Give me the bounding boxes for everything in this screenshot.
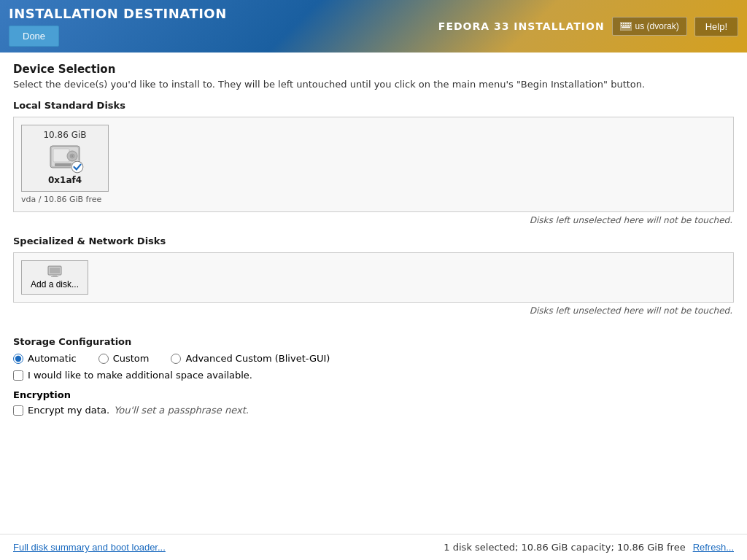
additional-space-label: I would like to make additional space av… <box>28 370 252 381</box>
encrypt-note: You'll set a passphrase next. <box>114 405 249 416</box>
device-selection-title: Device Selection <box>13 63 734 76</box>
help-button[interactable]: Help! <box>694 17 738 36</box>
footer-right: 1 disk selected; 10.86 GiB capacity; 10.… <box>444 542 734 553</box>
svg-rect-7 <box>623 25 624 26</box>
additional-space-checkbox[interactable]: I would like to make additional space av… <box>13 370 734 381</box>
svg-rect-9 <box>627 25 629 26</box>
check-icon <box>71 152 84 182</box>
disk-info: vda / 10.86 GiB free <box>21 192 726 204</box>
disk-icon <box>47 143 82 172</box>
keyboard-icon <box>620 22 632 31</box>
local-disks-hint: Disks left unselected here will not be t… <box>13 215 734 225</box>
done-button[interactable]: Done <box>9 26 59 47</box>
device-selection-desc: Select the device(s) you'd like to insta… <box>13 79 734 90</box>
storage-config-label: Storage Configuration <box>13 336 734 347</box>
encrypt-row: Encrypt my data. You'll set a passphrase… <box>13 405 734 416</box>
additional-space-input[interactable] <box>13 370 23 381</box>
header: INSTALLATION DESTINATION Done FEDORA 33 … <box>0 0 747 52</box>
radio-advanced-custom[interactable]: Advanced Custom (Blivet-GUI) <box>171 353 330 364</box>
local-disks-panel: 10.86 GiB <box>13 117 734 212</box>
footer-status: 1 disk selected; 10.86 GiB capacity; 10.… <box>444 542 685 553</box>
svg-rect-23 <box>51 276 58 277</box>
keyboard-button[interactable]: us (dvorak) <box>612 17 687 36</box>
add-disk-button[interactable]: Add a disk... <box>21 260 88 295</box>
svg-rect-3 <box>625 23 627 25</box>
svg-rect-6 <box>621 25 622 26</box>
radio-custom-label: Custom <box>113 353 150 364</box>
encrypt-checkbox[interactable]: Encrypt my data. <box>13 405 109 416</box>
storage-config-options: Automatic Custom Advanced Custom (Blivet… <box>13 353 734 364</box>
encryption-section: Encryption Encrypt my data. You'll set a… <box>13 389 734 416</box>
radio-custom-input[interactable] <box>98 354 109 364</box>
header-right: FEDORA 33 INSTALLATION us (dvorak) Help! <box>438 17 738 36</box>
specialized-disks-section: Specialized & Network Disks Add a disk..… <box>13 236 734 326</box>
svg-rect-2 <box>623 23 624 25</box>
disk-item-vda[interactable]: 10.86 GiB <box>21 125 109 192</box>
refresh-button[interactable]: Refresh... <box>693 542 734 553</box>
specialized-disks-label: Specialized & Network Disks <box>13 236 734 246</box>
svg-rect-11 <box>622 27 630 28</box>
disk-size: 10.86 GiB <box>43 130 86 140</box>
svg-rect-22 <box>53 275 57 276</box>
footer: Full disk summary and boot loader... 1 d… <box>0 534 747 560</box>
local-disks-section: Local Standard Disks 10.86 GiB <box>13 100 734 236</box>
add-disk-label: Add a disk... <box>31 279 79 289</box>
svg-rect-5 <box>630 23 631 25</box>
svg-rect-8 <box>625 25 627 26</box>
svg-rect-10 <box>630 25 631 26</box>
svg-rect-4 <box>627 23 629 25</box>
monitor-icon <box>47 265 62 277</box>
radio-automatic-label: Automatic <box>28 353 77 364</box>
svg-rect-1 <box>621 23 622 25</box>
radio-custom[interactable]: Custom <box>98 353 150 364</box>
device-selection-section: Device Selection Select the device(s) yo… <box>13 63 734 100</box>
svg-rect-21 <box>50 268 60 273</box>
radio-automatic-input[interactable] <box>13 354 23 364</box>
check-overlay <box>71 160 84 174</box>
radio-automatic[interactable]: Automatic <box>13 353 77 364</box>
main-content: Device Selection Select the device(s) yo… <box>0 52 747 534</box>
specialized-disks-hint: Disks left unselected here will not be t… <box>13 306 734 316</box>
encryption-title: Encryption <box>13 389 734 400</box>
encrypt-input[interactable] <box>13 405 23 416</box>
radio-advanced-input[interactable] <box>171 354 181 364</box>
local-disks-label: Local Standard Disks <box>13 100 734 111</box>
keyboard-label: us (dvorak) <box>635 21 679 31</box>
app-title: FEDORA 33 INSTALLATION <box>438 20 605 32</box>
disk-summary-link[interactable]: Full disk summary and boot loader... <box>13 542 166 553</box>
specialized-disks-panel: Add a disk... <box>13 252 734 303</box>
radio-advanced-label: Advanced Custom (Blivet-GUI) <box>185 353 330 364</box>
encrypt-label: Encrypt my data. <box>28 405 109 416</box>
storage-config-section: Storage Configuration Automatic Custom A… <box>13 336 734 381</box>
page-title: INSTALLATION DESTINATION <box>9 6 227 21</box>
header-left: INSTALLATION DESTINATION Done <box>9 6 227 47</box>
